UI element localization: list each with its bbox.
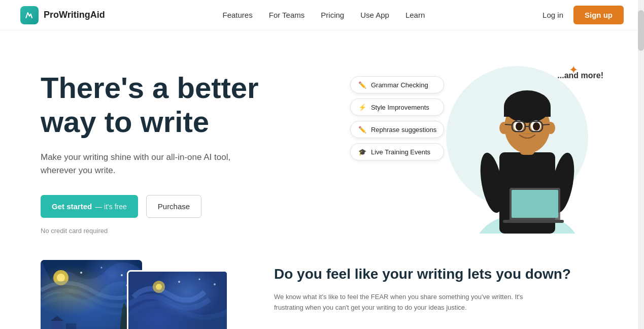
brand-logo-icon [20, 6, 39, 24]
nav-actions: Log in Sign up [543, 6, 624, 24]
svg-rect-6 [503, 220, 564, 223]
hero-subtitle: Make your writing shine with our all-in-… [41, 151, 254, 177]
nav-for-teams[interactable]: For Teams [269, 11, 305, 19]
hero-title: There's a better way to write [41, 71, 350, 139]
svg-point-15 [516, 122, 523, 130]
pill-training-label: Live Training Events [371, 148, 430, 156]
purchase-button[interactable]: Purchase [146, 195, 201, 218]
hero-buttons: Get started — it's free Purchase [41, 195, 350, 218]
svg-point-34 [178, 281, 180, 283]
svg-rect-5 [512, 190, 558, 218]
nav-learn[interactable]: Learn [405, 11, 425, 19]
svg-point-32 [153, 281, 165, 293]
svg-point-24 [57, 274, 65, 282]
rephrase-icon: ✏️ [358, 125, 367, 134]
hero-left: There's a better way to write Make your … [41, 61, 350, 235]
brand-name: ProWritingAid [44, 10, 105, 20]
pill-style-label: Style Improvements [371, 104, 429, 111]
svg-point-12 [546, 122, 555, 134]
svg-rect-31 [128, 272, 228, 329]
lower-image: My idea in my head [41, 260, 233, 329]
svg-point-27 [121, 274, 123, 276]
no-credit-text: No credit card required [41, 227, 350, 235]
nav-pricing[interactable]: Pricing [321, 11, 344, 19]
lower-section-title: Do you feel like your writing lets you d… [274, 265, 603, 283]
svg-point-36 [214, 283, 216, 285]
pill-style: ⚡ Style Improvements [350, 98, 444, 116]
signup-button[interactable]: Sign up [573, 6, 624, 24]
svg-point-25 [80, 272, 82, 274]
hero-title-line1: There's a better [41, 71, 259, 104]
svg-point-11 [499, 122, 509, 134]
svg-rect-29 [51, 321, 63, 329]
navbar: ProWritingAid Features For Teams Pricing… [0, 0, 644, 30]
nav-links: Features For Teams Pricing Use App Learn [223, 11, 425, 19]
lower-section: My idea in my head Do you feel like your… [0, 260, 644, 329]
pill-grammar-label: Grammar Checking [371, 81, 428, 89]
svg-rect-10 [504, 107, 551, 117]
svg-point-26 [101, 267, 103, 269]
svg-line-21 [543, 124, 550, 125]
svg-point-16 [533, 122, 540, 130]
pill-training: 🎓 Live Training Events [350, 143, 444, 160]
pill-rephrase-label: Rephrase suggestions [371, 126, 436, 134]
hero-title-line2: way to write [41, 105, 209, 138]
nav-use-app[interactable]: Use App [360, 11, 389, 19]
style-icon: ⚡ [358, 103, 367, 112]
training-icon: 🎓 [358, 147, 367, 156]
login-link[interactable]: Log in [543, 11, 563, 19]
nav-features[interactable]: Features [223, 11, 253, 19]
front-image [127, 270, 228, 329]
lower-text: Do you feel like your writing lets you d… [274, 260, 603, 313]
svg-line-20 [505, 124, 512, 125]
brand-logo-link[interactable]: ProWritingAid [20, 6, 105, 24]
pill-rephrase: ✏️ Rephrase suggestions [350, 121, 444, 138]
get-started-suffix: — it's free [95, 203, 127, 211]
get-started-label: Get started [52, 202, 92, 211]
hero-right: ...and more! ✦ ✏️ Grammar Checking ⚡ Sty… [350, 61, 603, 234]
person-illustration [461, 71, 593, 234]
feature-pills: ✏️ Grammar Checking ⚡ Style Improvements… [350, 76, 444, 160]
svg-point-35 [199, 279, 200, 280]
grammar-icon: ✏️ [358, 80, 367, 89]
lower-title-text: Do you feel like your writing lets you d… [274, 266, 571, 282]
svg-point-33 [156, 284, 162, 290]
hero-illustration: ...and more! ✦ ✏️ Grammar Checking ⚡ Sty… [350, 61, 603, 234]
get-started-button[interactable]: Get started — it's free [41, 195, 138, 218]
svg-point-23 [53, 270, 69, 285]
hero-section: There's a better way to write Make your … [0, 30, 644, 255]
image-stack: My idea in my head [41, 260, 228, 329]
svg-rect-30 [66, 323, 76, 329]
lower-description: We know what it's like to feel the FEAR … [274, 292, 528, 313]
pill-grammar: ✏️ Grammar Checking [350, 76, 444, 93]
